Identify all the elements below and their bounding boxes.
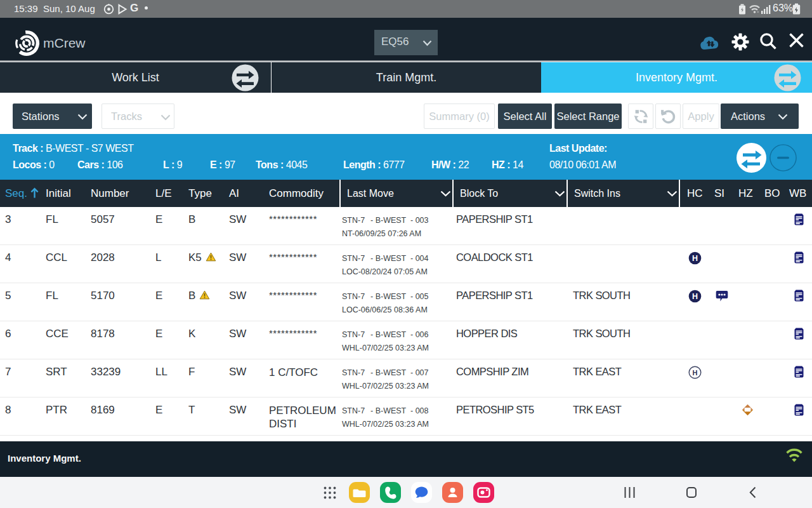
- svg-text:H: H: [693, 369, 698, 377]
- svg-text:H: H: [692, 254, 698, 263]
- svg-text:H: H: [692, 292, 698, 301]
